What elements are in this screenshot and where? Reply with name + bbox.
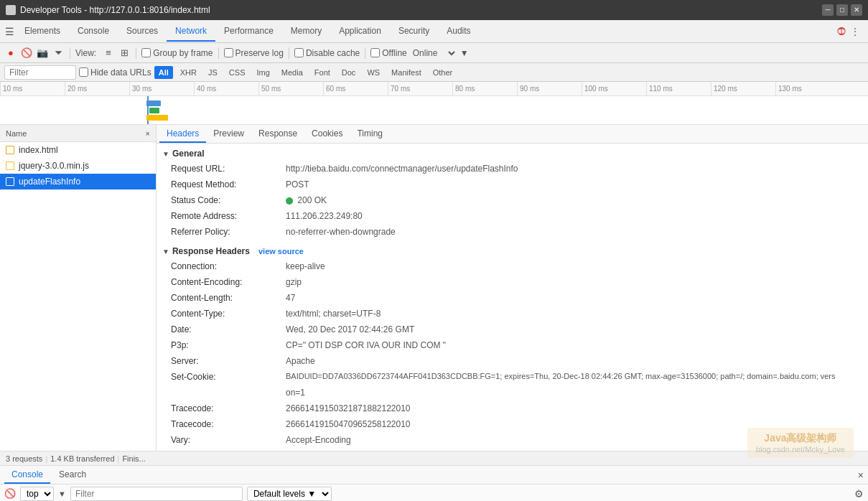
filter-other-button[interactable]: Other — [429, 66, 457, 79]
tick-50ms: 50 ms — [258, 82, 323, 95]
more-icon[interactable]: ⋮ — [851, 27, 859, 37]
separator1 — [70, 47, 70, 59]
file-item-index-html[interactable]: index.html — [0, 142, 156, 158]
referrer-policy-key: Referrer Policy: — [171, 225, 286, 238]
tick-100ms: 100 ms — [582, 82, 646, 95]
general-section-body: Request URL: http://tieba.baidu.com/conn… — [157, 161, 868, 244]
context-dropdown-icon[interactable]: ▼ — [58, 490, 66, 498]
response-section-header[interactable]: ▼ Response Headers view source — [157, 244, 868, 258]
tracecode2-val: 26661419150470965258122010 — [286, 418, 411, 431]
connection-key: Connection: — [171, 260, 286, 273]
referrer-policy-row: Referrer Policy: no-referrer-when-downgr… — [171, 224, 862, 240]
tab-performance[interactable]: Performance — [215, 22, 282, 42]
tab-network[interactable]: Network — [167, 22, 215, 42]
detail-content: ▼ General Request URL: http://tieba.baid… — [157, 144, 868, 451]
p3p-row: P3p: CP=" OTI DSP COR IVA OUR IND COM " — [171, 337, 862, 353]
disable-cache-label[interactable]: Disable cache — [294, 48, 360, 58]
tab-sources[interactable]: Sources — [118, 22, 167, 42]
file-item-jquery[interactable]: jquery-3.0.0.min.js — [0, 158, 156, 174]
disable-cache-text: Disable cache — [306, 48, 360, 58]
minimize-button[interactable]: ─ — [822, 4, 834, 16]
clear-button[interactable]: 🚫 — [20, 47, 33, 60]
tab-security[interactable]: Security — [390, 22, 438, 42]
group-by-frame-checkbox[interactable] — [141, 48, 151, 57]
filter-bar: Hide data URLs All XHR JS CSS Img Media … — [0, 63, 868, 82]
tab-memory[interactable]: Memory — [282, 22, 330, 42]
request-url-val: http://tieba.baidu.com/connectmanager/us… — [286, 162, 518, 175]
date-row: Date: Wed, 20 Dec 2017 02:44:26 GMT — [171, 322, 862, 337]
throttle-dropdown-icon[interactable]: ▼ — [460, 48, 469, 58]
close-console-button[interactable]: × — [858, 469, 864, 481]
filter-img-button[interactable]: Img — [252, 66, 274, 79]
tick-120ms: 120 ms — [711, 82, 775, 95]
tab-audits[interactable]: Audits — [438, 22, 479, 42]
filter-ws-button[interactable]: WS — [363, 66, 384, 79]
close-button[interactable]: ✕ — [851, 4, 862, 16]
list-view-button[interactable]: ≡ — [102, 47, 115, 60]
filter-js-button[interactable]: JS — [204, 66, 222, 79]
tab-console-bottom[interactable]: Console — [4, 467, 50, 484]
remote-address-val: 111.206.223.249:80 — [286, 210, 363, 223]
request-method-key: Request Method: — [171, 178, 286, 191]
file-list-panel: Name × index.html jquery-3.0.0.min.js up… — [0, 125, 157, 451]
tab-console[interactable]: Console — [69, 22, 118, 42]
filter-css-button[interactable]: CSS — [225, 66, 250, 79]
console-settings-button[interactable]: ⚙ — [854, 488, 864, 500]
preserve-log-checkbox[interactable] — [224, 48, 233, 57]
group-by-frame-label[interactable]: Group by frame — [141, 48, 213, 58]
filter-input[interactable] — [4, 65, 76, 80]
filter-doc-button[interactable]: Doc — [337, 66, 360, 79]
view-source-link[interactable]: view source — [258, 247, 304, 256]
filter-button[interactable]: ⏷ — [52, 47, 65, 60]
tab-elements[interactable]: Elements — [16, 22, 69, 42]
js-file-icon — [6, 161, 14, 170]
set-cookie-row: Set-Cookie: BAIDUID=DD7A0336DD6723744AFF… — [171, 369, 862, 385]
tab-headers[interactable]: Headers — [159, 126, 206, 143]
filter-manifest-button[interactable]: Manifest — [387, 66, 426, 79]
tab-cookies[interactable]: Cookies — [304, 126, 350, 143]
file-item-update-flash[interactable]: updateFlashInfo — [0, 174, 156, 189]
tab-response[interactable]: Response — [251, 126, 304, 143]
filter-font-button[interactable]: Font — [310, 66, 335, 79]
referrer-policy-val: no-referrer-when-downgrade — [286, 225, 396, 238]
tree-view-button[interactable]: ⊞ — [118, 47, 131, 60]
disable-cache-checkbox[interactable] — [294, 48, 304, 57]
filter-all-button[interactable]: All — [154, 66, 173, 79]
tracecode1-key: Tracecode: — [171, 402, 286, 415]
hide-data-urls-checkbox[interactable] — [79, 67, 88, 77]
tab-search-bottom[interactable]: Search — [52, 467, 93, 484]
close-panel-button[interactable]: × — [146, 129, 150, 138]
more-tabs-icon[interactable]: ⓵ ⋮ — [831, 22, 865, 41]
capture-screenshots-button[interactable]: 📷 — [36, 47, 49, 60]
remote-address-row: Remote Address: 111.206.223.249:80 — [171, 208, 862, 224]
date-key: Date: — [171, 323, 286, 336]
console-level-select[interactable]: Default levels ▼ — [247, 487, 332, 501]
preserve-log-text: Preserve log — [235, 48, 284, 58]
tab-application[interactable]: Application — [330, 22, 390, 42]
tracecode1-row: Tracecode: 26661419150321871882122010 — [171, 401, 862, 416]
console-filter-input[interactable] — [70, 487, 243, 501]
separator3 — [218, 47, 219, 59]
content-length-row: Content-Length: 47 — [171, 290, 862, 306]
throttle-select[interactable]: Online Offline Slow 3G Fast 3G — [410, 47, 457, 59]
maximize-button[interactable]: □ — [836, 4, 848, 16]
connection-val: keep-alive — [286, 260, 325, 273]
request-method-row: Request Method: POST — [171, 177, 862, 192]
preserve-log-label[interactable]: Preserve log — [224, 48, 284, 58]
console-cancel-icon[interactable]: 🚫 — [4, 488, 16, 499]
hide-data-urls-label[interactable]: Hide data URLs — [79, 67, 151, 78]
status-bar: 3 requests | 1.4 KB transferred | Finis.… — [0, 451, 868, 465]
record-button[interactable]: ● — [4, 47, 17, 60]
devtools-menu-icon[interactable]: ☰ — [3, 25, 16, 38]
general-section-header[interactable]: ▼ General — [157, 146, 868, 161]
console-context-select[interactable]: top — [20, 487, 54, 501]
transferred-size: 1.4 KB transferred — [50, 454, 114, 463]
error-badge: ⓵ — [837, 27, 846, 37]
tick-30ms: 30 ms — [129, 82, 194, 95]
tab-preview[interactable]: Preview — [206, 126, 251, 143]
filter-media-button[interactable]: Media — [277, 66, 307, 79]
filter-xhr-button[interactable]: XHR — [176, 66, 201, 79]
offline-label[interactable]: Offline — [370, 48, 406, 58]
tab-timing[interactable]: Timing — [350, 126, 390, 143]
offline-checkbox[interactable] — [370, 48, 380, 57]
